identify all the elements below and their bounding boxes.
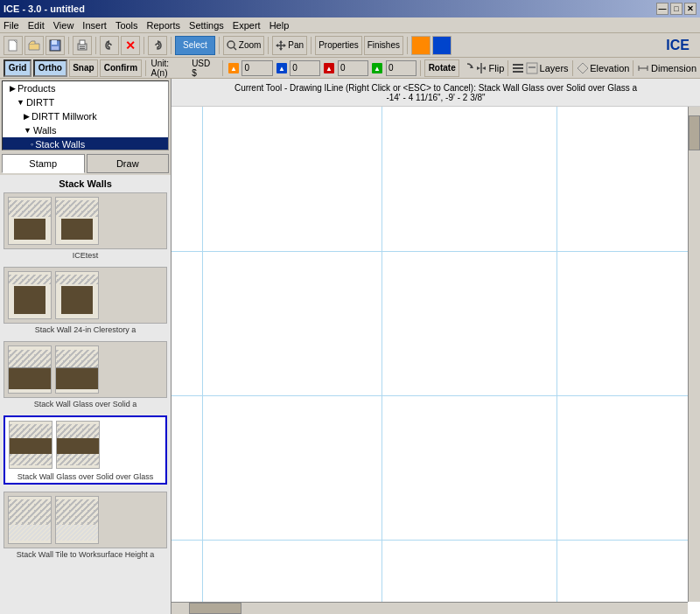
finishes-button[interactable]: Finishes: [364, 36, 403, 55]
menu-insert[interactable]: Insert: [82, 20, 107, 31]
svg-marker-15: [284, 44, 286, 47]
svg-point-10: [228, 41, 234, 48]
tree-label-dirtt-millwork: DIRTT Millwork: [32, 111, 97, 122]
redo-button[interactable]: [148, 36, 167, 55]
tab-draw[interactable]: Draw: [87, 154, 170, 173]
grid-vline-2: [382, 107, 382, 614]
new-button[interactable]: [4, 36, 23, 55]
tree-label-dirtt: DIRTT: [26, 97, 54, 108]
stamp-icetest[interactable]: ICEtest: [4, 192, 167, 260]
stamp-thumb-icetest-2: [55, 197, 99, 245]
dimension-label[interactable]: Dimension: [651, 63, 696, 73]
tree-item-walls[interactable]: ▼ Walls: [3, 123, 168, 137]
undo-button[interactable]: [100, 36, 119, 55]
stamp-label-glass-solid: Stack Wall Glass over Solid a: [4, 400, 167, 408]
stamp-preview-glass-solid-glass[interactable]: [7, 419, 164, 471]
menu-file[interactable]: File: [4, 20, 19, 31]
svg-text:▲: ▲: [326, 65, 332, 73]
maximize-button[interactable]: □: [670, 3, 682, 15]
dimension-icon: [637, 62, 649, 74]
tree-item-dirtt-millwork[interactable]: ▶ DIRTT Millwork: [3, 109, 168, 123]
menu-settings[interactable]: Settings: [189, 20, 224, 31]
stamp-label-icetest: ICEtest: [4, 251, 167, 260]
coord-y[interactable]: 0: [290, 60, 320, 76]
menu-view[interactable]: View: [53, 20, 74, 31]
open-button[interactable]: [24, 36, 44, 55]
grid-hline-3: [172, 540, 700, 541]
confirm-button[interactable]: Confirm: [100, 59, 141, 77]
content-area: ▶ Products ▼ DIRTT ▶ DIRTT Millwork ▼ Wa…: [0, 79, 700, 614]
color-blue2[interactable]: [432, 36, 452, 55]
elevation-diamond: [577, 62, 589, 74]
print-button[interactable]: [73, 36, 92, 55]
grid-vline-1: [202, 107, 203, 614]
close-button[interactable]: ✕: [684, 3, 696, 15]
svg-marker-12: [279, 40, 283, 43]
rotate-icon: [461, 62, 473, 74]
ortho-button[interactable]: Ortho: [33, 59, 66, 77]
svg-marker-13: [279, 48, 283, 51]
status-bar: Current Tool - Drawing ILine (Right Clic…: [172, 79, 700, 107]
stamp-clerestory[interactable]: Stack Wall 24-in Clerestory a: [4, 267, 167, 334]
titlebar: ICE - 3.0 - untitled — □ ✕: [0, 0, 700, 17]
stamp-preview-tile-worksurface[interactable]: [4, 492, 167, 548]
coord-w[interactable]: 0: [386, 60, 416, 76]
stamp-tile-worksurface[interactable]: Stack Wall Tile to Worksurface Height a: [4, 492, 167, 559]
snap-button[interactable]: Snap: [69, 59, 99, 77]
stamp-preview-clerestory[interactable]: [4, 267, 167, 324]
menu-reports[interactable]: Reports: [147, 20, 181, 31]
stamp-list[interactable]: Stack Walls ICEtest: [0, 175, 171, 614]
scrollbar-vertical[interactable]: [688, 107, 700, 602]
color-orange[interactable]: [411, 36, 430, 55]
tree-area[interactable]: ▶ Products ▼ DIRTT ▶ DIRTT Millwork ▼ Wa…: [2, 80, 169, 150]
scrollbar-h-thumb[interactable]: [189, 603, 242, 614]
canvas-area[interactable]: Current Tool - Drawing ILine (Right Clic…: [172, 79, 700, 614]
scrollbar-horizontal[interactable]: [172, 602, 688, 614]
zoom-button[interactable]: Zoom: [223, 36, 265, 55]
tree-item-dirtt[interactable]: ▼ DIRTT: [3, 95, 168, 109]
stamp-glass-solid-glass[interactable]: Stack Wall Glass over Solid over Glass: [4, 415, 167, 485]
svg-rect-28: [513, 64, 523, 66]
ice-logo: ICE: [666, 38, 696, 53]
select-label: Select: [183, 40, 207, 50]
stamp-preview-glass-solid[interactable]: [4, 341, 167, 398]
finishes-label: Finishes: [368, 40, 400, 50]
currency-label: USD $: [192, 59, 217, 78]
rotate-button[interactable]: Rotate: [424, 59, 459, 77]
stamp-preview-icetest[interactable]: [4, 192, 167, 249]
stamp-thumb-gsg-1: [9, 421, 52, 469]
menu-help[interactable]: Help: [270, 20, 290, 31]
layers-label[interactable]: Layers: [540, 63, 569, 73]
minimize-button[interactable]: —: [656, 3, 668, 15]
panel-tabs: Stamp Draw: [2, 154, 169, 173]
menu-tools[interactable]: Tools: [116, 20, 138, 31]
svg-rect-29: [513, 67, 523, 69]
properties-button[interactable]: Properties: [315, 36, 362, 55]
flip-label[interactable]: Flip: [489, 63, 505, 73]
select-button[interactable]: Select: [175, 36, 215, 55]
elevation-label[interactable]: Elevation: [590, 63, 629, 73]
save-button[interactable]: [46, 36, 65, 55]
coord-icon-3: ▲: [323, 62, 335, 74]
stamp-label-tw: Stack Wall Tile to Worksurface Height a: [4, 550, 167, 559]
scrollbar-v-thumb[interactable]: [689, 115, 700, 150]
tab-stamp[interactable]: Stamp: [2, 154, 85, 173]
stamp-glass-solid[interactable]: Stack Wall Glass over Solid a: [4, 341, 167, 408]
tree-item-products[interactable]: ▶ Products: [3, 81, 168, 95]
grid-button[interactable]: Grid: [4, 59, 32, 77]
menu-expert[interactable]: Expert: [233, 20, 261, 31]
left-panel: ▶ Products ▼ DIRTT ▶ DIRTT Millwork ▼ Wa…: [0, 79, 172, 614]
pan-label: Pan: [288, 40, 304, 50]
svg-marker-33: [578, 63, 588, 73]
cancel-button[interactable]: ✕: [121, 36, 140, 55]
pan-button[interactable]: Pan: [272, 36, 307, 55]
grid-vline-3: [556, 107, 557, 614]
coord-x[interactable]: 0: [242, 60, 272, 76]
menu-edit[interactable]: Edit: [28, 20, 45, 31]
tree-label-products: Products: [18, 83, 55, 94]
tree-label-walls: Walls: [33, 125, 56, 136]
tree-item-stack-walls[interactable]: ◦ Stack Walls: [3, 137, 168, 150]
stamp-thumb-clerestory-2: [55, 271, 99, 319]
svg-marker-27: [482, 66, 486, 70]
coord-z[interactable]: 0: [338, 60, 368, 76]
